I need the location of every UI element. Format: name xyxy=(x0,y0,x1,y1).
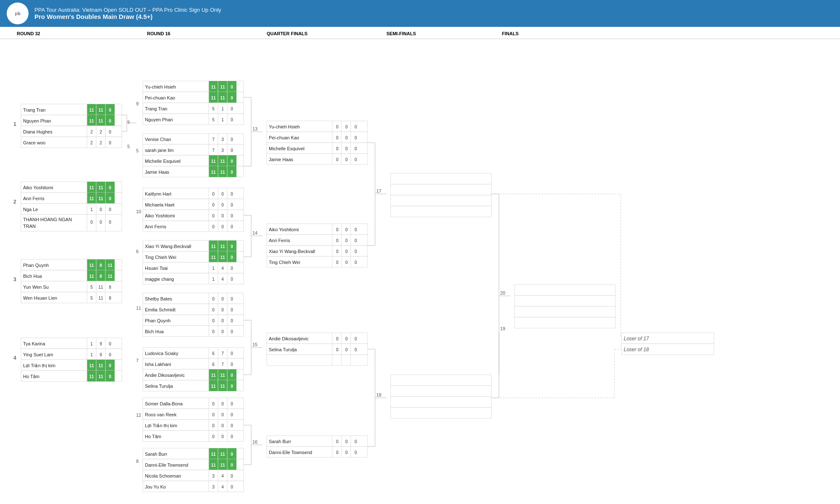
svg-text:0: 0 xyxy=(231,413,233,417)
svg-text:0: 0 xyxy=(345,249,348,254)
svg-text:0: 0 xyxy=(231,297,233,301)
svg-text:Aiko Yoshitomi: Aiko Yoshitomi xyxy=(145,213,175,218)
svg-text:5: 5 xyxy=(90,296,93,300)
consolation-19: Loser of 17 Loser of 18 xyxy=(622,333,714,355)
svg-text:11: 11 xyxy=(89,119,94,123)
svg-text:Bich Hua: Bich Hua xyxy=(145,329,164,334)
svg-text:11: 11 xyxy=(211,255,216,260)
svg-rect-408 xyxy=(391,195,491,206)
svg-text:7: 7 xyxy=(221,362,224,367)
svg-text:Andie Dikosavljevic: Andie Dikosavljevic xyxy=(269,336,309,341)
svg-rect-411 xyxy=(391,386,491,397)
svg-rect-421 xyxy=(514,306,615,317)
svg-text:0: 0 xyxy=(336,439,339,444)
svg-text:1: 1 xyxy=(221,118,224,122)
svg-text:Anri Ferris: Anri Ferris xyxy=(23,196,45,201)
svg-text:Selina Turulja: Selina Turulja xyxy=(269,347,297,352)
svg-text:Ho Tâm: Ho Tâm xyxy=(23,374,39,379)
sf-18 xyxy=(391,375,491,418)
svg-text:Shelby Bates: Shelby Bates xyxy=(145,296,172,301)
svg-text:1: 1 xyxy=(13,121,16,127)
svg-text:1: 1 xyxy=(90,207,93,212)
svg-text:0: 0 xyxy=(345,337,348,341)
svg-text:Bich Hua: Bich Hua xyxy=(23,274,42,279)
svg-text:Venise Chan: Venise Chan xyxy=(145,137,171,142)
svg-text:Tya Karina: Tya Karina xyxy=(23,341,45,346)
svg-text:4: 4 xyxy=(221,266,224,271)
svg-text:Trang Tran: Trang Tran xyxy=(23,107,45,112)
svg-text:0: 0 xyxy=(109,342,111,346)
svg-text:Yun Wen Su: Yun Wen Su xyxy=(23,285,49,290)
svg-text:4: 4 xyxy=(221,474,224,478)
svg-rect-412 xyxy=(391,397,491,407)
svg-text:Michaela Haet: Michaela Haet xyxy=(145,202,174,207)
svg-text:Pei-chuan Kao: Pei-chuan Kao xyxy=(145,95,175,100)
svg-text:Jamie Haas: Jamie Haas xyxy=(269,157,294,162)
svg-rect-410 xyxy=(391,375,491,386)
svg-text:11: 11 xyxy=(220,96,225,100)
svg-rect-385 xyxy=(267,355,368,366)
svg-text:11: 11 xyxy=(89,108,94,112)
svg-text:0: 0 xyxy=(109,130,111,134)
svg-text:5: 5 xyxy=(90,285,93,290)
svg-text:11: 11 xyxy=(108,263,113,268)
svg-text:11: 11 xyxy=(98,363,103,368)
svg-text:2: 2 xyxy=(100,141,102,145)
svg-text:0: 0 xyxy=(231,485,233,489)
svg-text:maggie chang: maggie chang xyxy=(145,277,174,282)
svg-text:0: 0 xyxy=(354,450,357,455)
header: pb PPA Tour Australia: Vietnam Open SOLD… xyxy=(0,0,840,27)
svg-text:8: 8 xyxy=(100,274,102,279)
svg-text:11: 11 xyxy=(220,463,225,467)
svg-text:TRAN: TRAN xyxy=(23,224,36,229)
svg-text:Anri Ferris: Anri Ferris xyxy=(145,224,166,229)
svg-text:9: 9 xyxy=(100,342,102,346)
svg-text:7: 7 xyxy=(221,351,224,356)
svg-text:6: 6 xyxy=(212,351,215,356)
svg-text:Ludovica Sciaky: Ludovica Sciaky xyxy=(145,351,178,356)
svg-text:0: 0 xyxy=(354,439,357,444)
round-label-r32: ROUND 32 xyxy=(13,31,134,36)
svg-text:Sarah Burr: Sarah Burr xyxy=(269,439,291,444)
svg-text:0: 0 xyxy=(336,125,339,129)
svg-text:0: 0 xyxy=(336,157,339,162)
qf-match-14: Aiko Yoshitomi 0 0 0 Anri Ferris 0 0 0 X… xyxy=(267,224,368,267)
svg-text:Nga Le: Nga Le xyxy=(23,207,38,212)
svg-text:3: 3 xyxy=(221,148,224,153)
svg-text:0: 0 xyxy=(354,136,357,140)
svg-text:Ting Chieh Wei: Ting Chieh Wei xyxy=(145,255,176,260)
svg-text:5: 5 xyxy=(127,144,130,149)
r16-match-5: Venise Chan 7 3 0 sarah jane lim 7 3 0 M… xyxy=(136,133,244,177)
svg-text:11: 11 xyxy=(220,244,225,249)
svg-rect-419 xyxy=(514,285,615,295)
svg-text:0: 0 xyxy=(231,308,233,312)
svg-text:0: 0 xyxy=(345,260,348,265)
svg-text:Ying Suet Lam: Ying Suet Lam xyxy=(23,352,53,357)
svg-text:1: 1 xyxy=(212,266,215,271)
svg-text:Emilia Schmidt: Emilia Schmidt xyxy=(145,307,176,312)
draw-title: Pro Women's Doubles Main Draw (4.5+) xyxy=(34,13,221,20)
svg-text:0: 0 xyxy=(336,227,339,232)
svg-text:0: 0 xyxy=(221,192,224,196)
qf-match-16: Sarah Burr 0 0 0 Danni-Elle Townsend 0 0… xyxy=(267,436,368,457)
svg-text:0: 0 xyxy=(231,244,233,249)
svg-text:0: 0 xyxy=(345,347,348,352)
svg-text:2: 2 xyxy=(100,130,102,134)
svg-rect-409 xyxy=(391,206,491,217)
svg-text:0: 0 xyxy=(231,277,233,282)
svg-text:8: 8 xyxy=(100,263,102,268)
svg-text:0: 0 xyxy=(109,353,111,357)
svg-text:11: 11 xyxy=(89,374,94,379)
svg-text:0: 0 xyxy=(354,347,357,352)
svg-text:11: 11 xyxy=(211,170,216,175)
svg-text:Ho Tâm: Ho Tâm xyxy=(145,434,161,439)
sf-17 xyxy=(391,173,491,217)
svg-text:0: 0 xyxy=(231,148,233,153)
logo: pb xyxy=(7,3,29,24)
svg-text:0: 0 xyxy=(231,159,233,164)
svg-text:4: 4 xyxy=(13,355,16,361)
r16-match-10: Kaitlynn Hart 0 0 0 Michaela Haet 0 0 0 … xyxy=(136,188,244,232)
svg-rect-413 xyxy=(391,407,491,418)
svg-text:11: 11 xyxy=(220,159,225,164)
svg-text:Somer Dalla-Bona: Somer Dalla-Bona xyxy=(145,401,183,406)
